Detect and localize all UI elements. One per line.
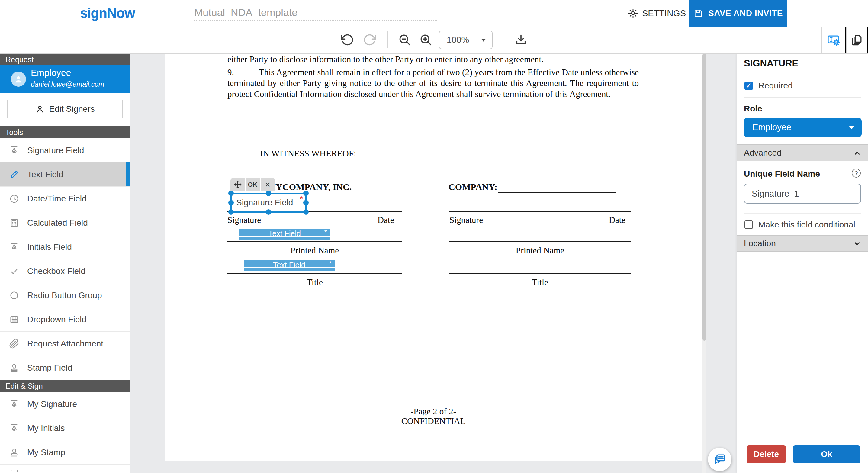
document-clause-9: 9.This Agreement shall remain in effect …	[227, 67, 639, 100]
printed-name-label: Printed Name	[227, 246, 402, 255]
undo-button[interactable]	[338, 27, 357, 53]
company-name-right: COMPANY:	[448, 182, 497, 192]
sidebar-item-my-initials[interactable]: My Initials	[0, 416, 130, 440]
sidebar-item-initials-field[interactable]: Initials Field	[0, 235, 130, 259]
stamp-icon	[9, 363, 19, 373]
required-asterisk: *	[324, 228, 327, 236]
radio-icon	[9, 290, 19, 301]
zoom-out-button[interactable]	[395, 27, 414, 53]
role-label: Role	[744, 104, 762, 114]
resize-handle[interactable]	[303, 200, 309, 206]
resize-handle[interactable]	[303, 191, 309, 196]
sidebar-item-date-time-field[interactable]: Date/Time Field	[0, 187, 130, 211]
advanced-label: Advanced	[744, 145, 782, 161]
sidebar-item-checkbox-field[interactable]: Checkbox Field	[0, 259, 130, 283]
zoom-in-icon	[419, 33, 433, 46]
field-close-button[interactable]: ×	[261, 178, 275, 191]
company-name-left: MYCOMPANY, INC.	[267, 182, 351, 192]
editor-toolbar: 100%	[0, 27, 868, 54]
date-label: Date	[609, 215, 625, 225]
document-workspace: either Party to disclose information to …	[130, 54, 737, 473]
document-title-input[interactable]: Mutual_NDA_template	[194, 5, 437, 21]
pen-nib-icon	[9, 423, 19, 434]
sidebar-item-my-stamp[interactable]: My Stamp	[0, 440, 130, 465]
document-page[interactable]: either Party to disclose information to …	[164, 54, 702, 461]
advanced-section-toggle[interactable]: Advanced	[737, 145, 868, 161]
redo-button[interactable]	[360, 27, 379, 53]
location-section-toggle[interactable]: Location	[737, 235, 868, 252]
close-icon: ×	[265, 180, 271, 190]
sidebar-item-dropdown-field[interactable]: Dropdown Field	[0, 308, 130, 332]
divider	[744, 74, 861, 74]
settings-button[interactable]: SETTINGS	[628, 0, 686, 27]
title-label: Title	[450, 277, 630, 287]
text-field-placeholder[interactable]: Text Field *	[244, 260, 335, 271]
confidential-footer: CONFIDENTIAL	[164, 416, 702, 426]
conditional-checkbox[interactable]	[744, 220, 753, 229]
sidebar-item-label: My Stamp	[27, 448, 65, 457]
copy-fields-button[interactable]	[846, 27, 868, 53]
scrollbar-thumb[interactable]	[703, 54, 706, 341]
sidebar-item-label: Signature Field	[27, 146, 84, 155]
zoom-level-select[interactable]: 100%	[439, 31, 493, 49]
sidebar-item-label: Initials Field	[27, 242, 72, 252]
signature-line	[450, 211, 630, 212]
signer-card-employee[interactable]: Employee daniel.lowe@email.com	[0, 65, 130, 93]
sidebar-item-stamp-field[interactable]: Stamp Field	[0, 356, 130, 380]
download-button[interactable]	[510, 27, 532, 53]
chevron-down-icon	[849, 126, 855, 129]
pencil-icon	[9, 169, 19, 180]
move-field-button[interactable]	[230, 178, 245, 191]
redo-icon	[363, 33, 376, 46]
required-row: ✓ Required	[744, 81, 793, 91]
zoom-in-button[interactable]	[416, 27, 435, 53]
required-checkbox[interactable]: ✓	[744, 82, 753, 90]
resize-handle[interactable]	[228, 209, 234, 215]
signer-email: daniel.lowe@email.com	[31, 80, 104, 89]
sidebar-item-request-attachment[interactable]: Request Attachment	[0, 332, 130, 356]
sidebar-item-label: Dropdown Field	[27, 315, 86, 324]
toolbar-divider	[388, 31, 388, 48]
field-settings-toggle-button[interactable]	[821, 27, 846, 53]
sidebar-item-calculated-field[interactable]: Calculated Field	[0, 211, 130, 235]
edit-signers-label: Edit Signers	[49, 104, 95, 114]
unique-field-name-input[interactable]	[744, 184, 861, 203]
resize-handle[interactable]	[303, 209, 309, 215]
text-field-placeholder[interactable]: Text Field *	[239, 229, 330, 240]
sidebar-item-radio-button-group[interactable]: Radio Button Group	[0, 283, 130, 308]
signer-role: Employee	[31, 68, 71, 78]
help-icon[interactable]: ?	[852, 168, 861, 178]
clause-number: 9.	[227, 67, 259, 78]
document-scrollbar[interactable]	[702, 54, 706, 473]
sidebar-item-signature-field[interactable]: Signature Field	[0, 138, 130, 162]
resize-handle[interactable]	[228, 200, 234, 206]
field-ok-button[interactable]: OK	[246, 178, 260, 191]
divider	[744, 213, 861, 214]
sidebar-item-label: Date/Time Field	[27, 194, 87, 203]
required-asterisk: *	[329, 259, 332, 268]
field-properties-panel: SIGNATURE ✓ Required Role Employee Advan…	[737, 54, 868, 473]
resize-handle[interactable]	[266, 209, 271, 215]
sidebar-item-label: Text Field	[27, 170, 63, 180]
sidebar-item-label: Calculated Field	[27, 218, 88, 228]
sidebar-item-text-field[interactable]: Text Field	[0, 162, 130, 187]
ok-button[interactable]: Ok	[793, 445, 860, 463]
signature-field-placeholder-selected[interactable]: Signature Field *	[230, 193, 307, 213]
signature-label: Signature	[227, 215, 261, 225]
conditional-row: Make this field conditional	[744, 220, 855, 229]
edit-signers-button[interactable]: Edit Signers	[7, 100, 123, 118]
sidebar-item-my-signature[interactable]: My Signature	[0, 392, 130, 416]
pen-nib-icon	[9, 399, 19, 409]
conditional-label: Make this field conditional	[758, 220, 855, 229]
dropdown-icon	[9, 314, 19, 325]
role-select[interactable]: Employee	[744, 118, 862, 137]
text-field-label: Text Field	[244, 261, 335, 270]
sidebar-item-label: My Signature	[27, 399, 77, 409]
text-field-underline	[244, 267, 335, 268]
delete-field-button[interactable]: Delete	[747, 445, 786, 463]
unique-field-name-label: Unique Field Name	[744, 169, 820, 179]
chat-support-button[interactable]	[708, 448, 732, 471]
page-number-footer: -Page 2 of 2-	[164, 407, 702, 416]
save-and-invite-button[interactable]: SAVE AND INVITE	[689, 0, 787, 27]
stamp-icon	[9, 447, 19, 458]
